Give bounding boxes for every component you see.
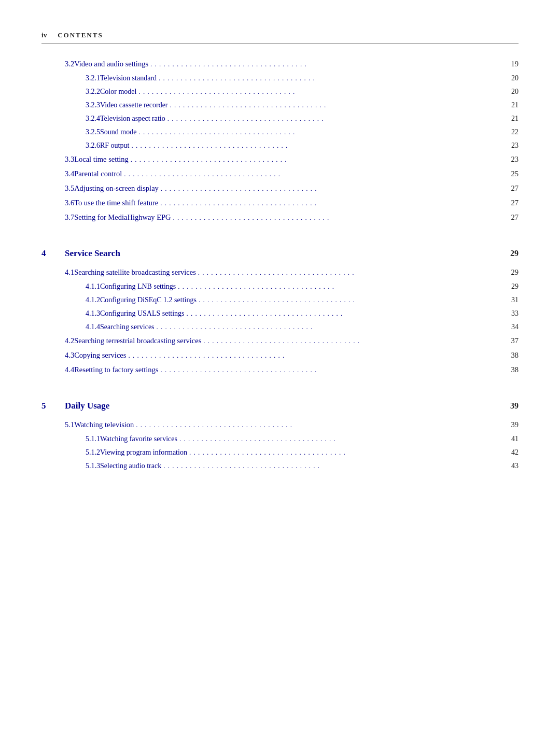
subsection-number: 4.1.3 xyxy=(41,309,100,318)
subsection-dots: . . . . . . . . . . . . . . . . . . . . … xyxy=(157,74,503,82)
subsection-dots: . . . . . . . . . . . . . . . . . . . . … xyxy=(129,142,503,150)
chapter-number: 5 xyxy=(41,401,65,411)
section-title: Resetting to factory settings xyxy=(74,365,158,374)
chapter-page: 39 xyxy=(503,401,519,411)
subsection-page: 20 xyxy=(503,74,519,82)
subsection-number: 3.2.3 xyxy=(41,101,100,109)
table-of-contents: 3.2Video and audio settings . . . . . . … xyxy=(41,60,519,481)
section-page: 19 xyxy=(503,60,519,68)
section-dots: . . . . . . . . . . . . . . . . . . . . … xyxy=(196,269,503,277)
subsection-row: 4.1.1Configuring LNB settings . . . . . … xyxy=(41,283,519,291)
section-title: Searching satellite broadcasting service… xyxy=(74,268,196,277)
subsection-number: 3.2.5 xyxy=(41,128,100,136)
subsection-row: 3.2.5Sound mode . . . . . . . . . . . . … xyxy=(41,128,519,136)
subsection-page: 20 xyxy=(503,88,519,96)
subsection-row: 5.1.2Viewing program information . . . .… xyxy=(41,448,519,457)
section-title: Local time setting xyxy=(74,155,129,164)
section-page: 27 xyxy=(503,213,519,222)
section-row: 3.6To use the time shift feature . . . .… xyxy=(41,199,519,207)
section-dots: . . . . . . . . . . . . . . . . . . . . … xyxy=(129,156,503,164)
subsection-page: 42 xyxy=(503,448,519,457)
section-title: Copying services xyxy=(74,351,126,360)
chapter-header-row: 5Daily Usage39 xyxy=(41,401,519,411)
section-page: 37 xyxy=(503,336,519,345)
subsection-number: 4.1.4 xyxy=(41,323,100,331)
section-number: 3.4 xyxy=(41,170,74,178)
subsection-row: 4.1.3Configuring USALS settings . . . . … xyxy=(41,309,519,318)
subsection-dots: . . . . . . . . . . . . . . . . . . . . … xyxy=(136,128,503,136)
section-row: 5.1Watching television . . . . . . . . .… xyxy=(41,420,519,429)
chapter-block: 3.2Video and audio settings . . . . . . … xyxy=(41,60,519,233)
subsection-number: 3.2.1 xyxy=(41,74,100,82)
section-number: 3.2 xyxy=(41,60,74,68)
section-row: 3.4Parental control . . . . . . . . . . … xyxy=(41,170,519,178)
subsection-number: 3.2.6 xyxy=(41,142,100,150)
section-page: 29 xyxy=(503,268,519,277)
subsection-dots: . . . . . . . . . . . . . . . . . . . . … xyxy=(136,88,503,96)
subsection-row: 3.2.1Television standard . . . . . . . .… xyxy=(41,74,519,82)
section-row: 4.4Resetting to factory settings . . . .… xyxy=(41,365,519,374)
subsection-page: 21 xyxy=(503,101,519,109)
subsection-row: 4.1.4Searching services . . . . . . . . … xyxy=(41,323,519,331)
page-header: iv CONTENTS xyxy=(41,31,519,44)
chapter-title: Daily Usage xyxy=(65,401,503,411)
section-dots: . . . . . . . . . . . . . . . . . . . . … xyxy=(148,60,503,68)
section-dots: . . . . . . . . . . . . . . . . . . . . … xyxy=(126,351,503,360)
subsection-page: 33 xyxy=(503,309,519,318)
section-page: 27 xyxy=(503,199,519,207)
subsection-title: Searching services xyxy=(100,323,155,331)
subsection-title: Video cassette recorder xyxy=(100,101,168,109)
subsection-title: Color model xyxy=(100,88,136,96)
subsection-row: 3.2.4Television aspect ratio . . . . . .… xyxy=(41,115,519,123)
subsection-page: 21 xyxy=(503,115,519,123)
subsection-row: 4.1.2Configuring DiSEqC 1.2 settings . .… xyxy=(41,296,519,304)
subsection-page: 29 xyxy=(503,283,519,291)
subsection-number: 5.1.3 xyxy=(41,462,100,470)
subsection-number: 3.2.2 xyxy=(41,88,100,96)
section-dots: . . . . . . . . . . . . . . . . . . . . … xyxy=(122,170,503,178)
section-title: To use the time shift feature xyxy=(74,199,158,207)
subsection-page: 43 xyxy=(503,462,519,470)
section-number: 4.4 xyxy=(41,365,74,374)
section-dots: . . . . . . . . . . . . . . . . . . . . … xyxy=(171,214,503,222)
subsection-number: 3.2.4 xyxy=(41,115,100,123)
section-number: 4.1 xyxy=(41,268,74,277)
subsection-row: 3.2.3Video cassette recorder . . . . . .… xyxy=(41,101,519,109)
subsection-page: 31 xyxy=(503,296,519,304)
chapter-title: Service Search xyxy=(65,248,503,259)
section-number: 4.2 xyxy=(41,336,74,345)
chapter-block: 5Daily Usage395.1Watching television . .… xyxy=(41,401,519,481)
header-title: CONTENTS xyxy=(58,31,103,39)
subsection-title: Television aspect ratio xyxy=(100,115,165,123)
section-row: 3.3Local time setting . . . . . . . . . … xyxy=(41,155,519,164)
section-page: 39 xyxy=(503,420,519,429)
section-title: Parental control xyxy=(74,170,122,178)
chapter-block: 4Service Search294.1Searching satellite … xyxy=(41,248,519,385)
section-number: 3.5 xyxy=(41,184,74,193)
subsection-title: Watching favorite services xyxy=(100,435,177,443)
chapter-header-row: 4Service Search29 xyxy=(41,248,519,259)
subsection-dots: . . . . . . . . . . . . . . . . . . . . … xyxy=(165,115,503,123)
page-number: iv xyxy=(41,31,47,39)
subsection-number: 5.1.1 xyxy=(41,435,100,443)
subsection-title: Viewing program information xyxy=(100,448,187,457)
section-number: 4.3 xyxy=(41,351,74,360)
section-number: 5.1 xyxy=(41,420,74,429)
subsection-row: 3.2.6RF output . . . . . . . . . . . . .… xyxy=(41,142,519,150)
section-title: Searching terrestrial broadcasting servi… xyxy=(74,336,201,345)
section-dots: . . . . . . . . . . . . . . . . . . . . … xyxy=(158,366,503,374)
subsection-dots: . . . . . . . . . . . . . . . . . . . . … xyxy=(185,309,503,318)
section-number: 3.6 xyxy=(41,199,74,207)
section-row: 3.5Adjusting on-screen display . . . . .… xyxy=(41,184,519,193)
subsection-number: 5.1.2 xyxy=(41,448,100,457)
subsection-dots: . . . . . . . . . . . . . . . . . . . . … xyxy=(197,296,503,304)
chapter-page: 29 xyxy=(503,249,519,258)
subsection-page: 22 xyxy=(503,128,519,136)
section-page: 23 xyxy=(503,155,519,164)
section-title: Video and audio settings xyxy=(74,60,148,68)
section-page: 27 xyxy=(503,184,519,193)
subsection-dots: . . . . . . . . . . . . . . . . . . . . … xyxy=(176,283,503,291)
section-dots: . . . . . . . . . . . . . . . . . . . . … xyxy=(201,337,503,345)
subsection-title: Television standard xyxy=(100,74,157,82)
section-row: 4.3Copying services . . . . . . . . . . … xyxy=(41,351,519,360)
